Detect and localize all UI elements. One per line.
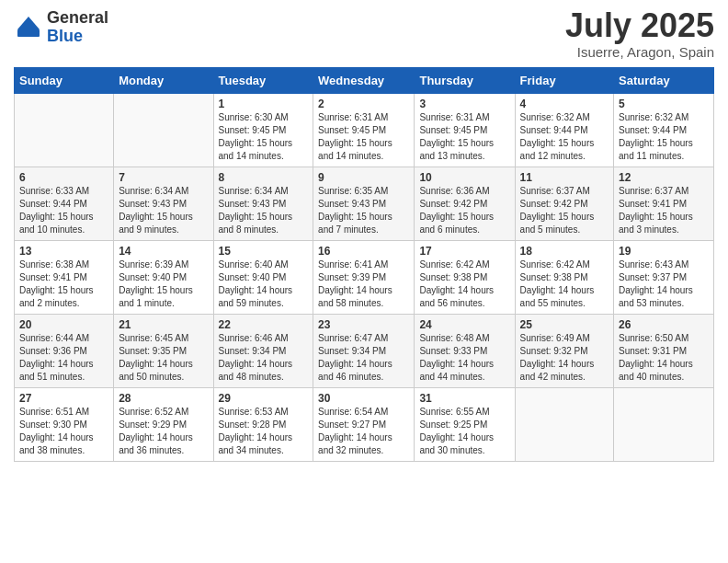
day-number: 26 xyxy=(619,318,709,331)
header-tuesday: Tuesday xyxy=(213,68,313,94)
day-info: Sunrise: 6:50 AM Sunset: 9:31 PM Dayligh… xyxy=(619,332,709,384)
table-row: 4Sunrise: 6:32 AM Sunset: 9:44 PM Daylig… xyxy=(515,94,613,167)
day-info: Sunrise: 6:54 AM Sunset: 9:27 PM Dayligh… xyxy=(318,406,409,457)
day-info: Sunrise: 6:40 AM Sunset: 9:40 PM Dayligh… xyxy=(219,259,309,310)
logo-blue-text: Blue xyxy=(47,28,108,46)
day-number: 22 xyxy=(219,318,309,331)
day-info: Sunrise: 6:42 AM Sunset: 9:38 PM Dayligh… xyxy=(520,259,609,310)
day-info: Sunrise: 6:35 AM Sunset: 9:43 PM Dayligh… xyxy=(318,185,409,236)
day-number: 12 xyxy=(619,171,709,184)
calendar-week-2: 6Sunrise: 6:33 AM Sunset: 9:44 PM Daylig… xyxy=(15,167,714,241)
day-info: Sunrise: 6:34 AM Sunset: 9:43 PM Dayligh… xyxy=(219,185,309,236)
day-number: 2 xyxy=(318,98,409,110)
logo: General Blue xyxy=(14,9,108,46)
header-friday: Friday xyxy=(515,68,613,94)
day-info: Sunrise: 6:47 AM Sunset: 9:34 PM Dayligh… xyxy=(318,332,409,384)
day-info: Sunrise: 6:46 AM Sunset: 9:34 PM Dayligh… xyxy=(219,332,309,384)
table-row: 29Sunrise: 6:53 AM Sunset: 9:28 PM Dayli… xyxy=(213,388,313,462)
table-row xyxy=(114,94,213,167)
table-row: 21Sunrise: 6:45 AM Sunset: 9:35 PM Dayli… xyxy=(114,315,213,388)
day-info: Sunrise: 6:44 AM Sunset: 9:36 PM Dayligh… xyxy=(19,332,108,384)
title-location: Isuerre, Aragon, Spain xyxy=(565,44,714,60)
table-row: 25Sunrise: 6:49 AM Sunset: 9:32 PM Dayli… xyxy=(515,315,613,388)
page: General Blue July 2025 Isuerre, Aragon, … xyxy=(0,0,728,563)
logo-text: General Blue xyxy=(47,9,108,46)
day-number: 11 xyxy=(520,171,609,184)
table-row: 6Sunrise: 6:33 AM Sunset: 9:44 PM Daylig… xyxy=(15,167,114,241)
table-row: 10Sunrise: 6:36 AM Sunset: 9:42 PM Dayli… xyxy=(415,167,515,241)
table-row xyxy=(515,388,613,462)
day-number: 30 xyxy=(318,392,409,405)
calendar-week-4: 20Sunrise: 6:44 AM Sunset: 9:36 PM Dayli… xyxy=(15,315,714,388)
day-number: 8 xyxy=(219,171,309,184)
table-row: 30Sunrise: 6:54 AM Sunset: 9:27 PM Dayli… xyxy=(313,388,415,462)
day-number: 25 xyxy=(520,318,609,331)
svg-rect-1 xyxy=(17,29,40,37)
title-block: July 2025 Isuerre, Aragon, Spain xyxy=(565,9,714,60)
day-number: 17 xyxy=(419,245,509,258)
day-info: Sunrise: 6:49 AM Sunset: 9:32 PM Dayligh… xyxy=(520,332,609,384)
day-info: Sunrise: 6:32 AM Sunset: 9:44 PM Dayligh… xyxy=(520,111,609,163)
header-thursday: Thursday xyxy=(415,68,515,94)
day-info: Sunrise: 6:53 AM Sunset: 9:28 PM Dayligh… xyxy=(219,406,309,457)
day-info: Sunrise: 6:43 AM Sunset: 9:37 PM Dayligh… xyxy=(619,259,709,310)
calendar-week-1: 1Sunrise: 6:30 AM Sunset: 9:45 PM Daylig… xyxy=(15,94,714,167)
table-row: 11Sunrise: 6:37 AM Sunset: 9:42 PM Dayli… xyxy=(515,167,613,241)
table-row: 28Sunrise: 6:52 AM Sunset: 9:29 PM Dayli… xyxy=(114,388,213,462)
day-number: 4 xyxy=(520,98,609,110)
table-row: 7Sunrise: 6:34 AM Sunset: 9:43 PM Daylig… xyxy=(114,167,213,241)
day-number: 1 xyxy=(219,98,309,110)
day-info: Sunrise: 6:51 AM Sunset: 9:30 PM Dayligh… xyxy=(19,406,108,457)
table-row: 17Sunrise: 6:42 AM Sunset: 9:38 PM Dayli… xyxy=(415,241,515,315)
day-info: Sunrise: 6:32 AM Sunset: 9:44 PM Dayligh… xyxy=(619,111,709,163)
day-number: 10 xyxy=(419,171,509,184)
table-row: 9Sunrise: 6:35 AM Sunset: 9:43 PM Daylig… xyxy=(313,167,415,241)
table-row: 18Sunrise: 6:42 AM Sunset: 9:38 PM Dayli… xyxy=(515,241,613,315)
day-number: 19 xyxy=(619,245,709,258)
logo-icon xyxy=(14,13,43,42)
header-sunday: Sunday xyxy=(15,68,114,94)
table-row: 26Sunrise: 6:50 AM Sunset: 9:31 PM Dayli… xyxy=(614,315,714,388)
day-number: 28 xyxy=(119,392,208,405)
day-number: 16 xyxy=(318,245,409,258)
day-info: Sunrise: 6:37 AM Sunset: 9:42 PM Dayligh… xyxy=(520,185,609,236)
day-number: 6 xyxy=(19,171,108,184)
day-number: 3 xyxy=(419,98,509,110)
day-info: Sunrise: 6:52 AM Sunset: 9:29 PM Dayligh… xyxy=(119,406,208,457)
title-month: July 2025 xyxy=(565,9,714,42)
calendar-week-3: 13Sunrise: 6:38 AM Sunset: 9:41 PM Dayli… xyxy=(15,241,714,315)
day-number: 7 xyxy=(119,171,208,184)
table-row xyxy=(614,388,714,462)
logo-general-text: General xyxy=(47,9,108,28)
day-info: Sunrise: 6:37 AM Sunset: 9:41 PM Dayligh… xyxy=(619,185,709,236)
calendar-table: Sunday Monday Tuesday Wednesday Thursday… xyxy=(14,67,714,462)
day-number: 20 xyxy=(19,318,108,331)
day-info: Sunrise: 6:30 AM Sunset: 9:45 PM Dayligh… xyxy=(219,111,309,163)
table-row: 2Sunrise: 6:31 AM Sunset: 9:45 PM Daylig… xyxy=(313,94,415,167)
table-row: 15Sunrise: 6:40 AM Sunset: 9:40 PM Dayli… xyxy=(213,241,313,315)
table-row: 12Sunrise: 6:37 AM Sunset: 9:41 PM Dayli… xyxy=(614,167,714,241)
table-row: 22Sunrise: 6:46 AM Sunset: 9:34 PM Dayli… xyxy=(213,315,313,388)
day-number: 13 xyxy=(19,245,108,258)
day-info: Sunrise: 6:45 AM Sunset: 9:35 PM Dayligh… xyxy=(119,332,208,384)
day-info: Sunrise: 6:41 AM Sunset: 9:39 PM Dayligh… xyxy=(318,259,409,310)
calendar-header-row: Sunday Monday Tuesday Wednesday Thursday… xyxy=(15,68,714,94)
day-info: Sunrise: 6:55 AM Sunset: 9:25 PM Dayligh… xyxy=(419,406,509,457)
day-info: Sunrise: 6:42 AM Sunset: 9:38 PM Dayligh… xyxy=(419,259,509,310)
table-row: 5Sunrise: 6:32 AM Sunset: 9:44 PM Daylig… xyxy=(614,94,714,167)
day-number: 18 xyxy=(520,245,609,258)
day-info: Sunrise: 6:34 AM Sunset: 9:43 PM Dayligh… xyxy=(119,185,208,236)
header-wednesday: Wednesday xyxy=(313,68,415,94)
table-row: 13Sunrise: 6:38 AM Sunset: 9:41 PM Dayli… xyxy=(15,241,114,315)
day-number: 23 xyxy=(318,318,409,331)
day-info: Sunrise: 6:33 AM Sunset: 9:44 PM Dayligh… xyxy=(19,185,108,236)
svg-marker-0 xyxy=(17,17,40,29)
table-row: 20Sunrise: 6:44 AM Sunset: 9:36 PM Dayli… xyxy=(15,315,114,388)
calendar-week-5: 27Sunrise: 6:51 AM Sunset: 9:30 PM Dayli… xyxy=(15,388,714,462)
table-row: 14Sunrise: 6:39 AM Sunset: 9:40 PM Dayli… xyxy=(114,241,213,315)
header: General Blue July 2025 Isuerre, Aragon, … xyxy=(14,9,714,60)
table-row: 16Sunrise: 6:41 AM Sunset: 9:39 PM Dayli… xyxy=(313,241,415,315)
day-info: Sunrise: 6:39 AM Sunset: 9:40 PM Dayligh… xyxy=(119,259,208,310)
day-number: 29 xyxy=(219,392,309,405)
day-number: 9 xyxy=(318,171,409,184)
